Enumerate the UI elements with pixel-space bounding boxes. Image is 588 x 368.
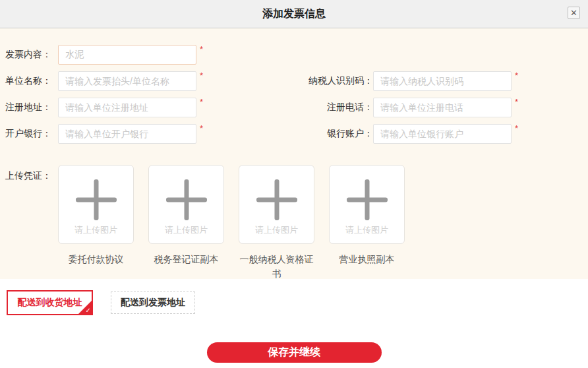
invoice-content-label: 发票内容：: [5, 49, 58, 61]
invoice-content-input[interactable]: [58, 45, 196, 65]
bank-name-input[interactable]: [58, 124, 196, 144]
required-marker: *: [200, 71, 203, 80]
required-marker: *: [515, 71, 518, 80]
form-row-company: 单位名称： * 纳税人识别码： *: [0, 71, 588, 91]
upload-item-tax-registration: 请上传图片 税务登记证副本: [148, 165, 224, 282]
taxpayer-id-label: 纳税人识别码：: [305, 75, 373, 87]
invoice-form: 发票内容： * 单位名称： * 纳税人识别码： * 注册地址： *: [0, 28, 588, 279]
upload-box-business-license[interactable]: 请上传图片: [329, 165, 405, 244]
selected-corner: ✓: [78, 301, 92, 314]
upload-caption: 委托付款协议: [69, 252, 124, 266]
upload-item-business-license: 请上传图片 营业执照副本: [329, 165, 405, 282]
upload-caption: 一般纳税人资格证书: [239, 252, 314, 282]
plus-icon: [76, 179, 117, 220]
upload-box-taxpayer-qualification[interactable]: 请上传图片: [239, 165, 314, 244]
add-invoice-modal: 添加发票信息 ✕ 发票内容： * 单位名称： * 纳税人识别码： *: [0, 0, 588, 368]
field-registered-phone: 注册电话： *: [305, 98, 518, 117]
upload-box-tax-registration[interactable]: 请上传图片: [148, 165, 224, 244]
required-marker: *: [200, 45, 203, 54]
taxpayer-id-input[interactable]: [373, 71, 512, 91]
upload-hint: 请上传图片: [59, 224, 133, 236]
modal-title: 添加发票信息: [262, 7, 326, 21]
required-marker: *: [200, 124, 203, 133]
bank-account-input[interactable]: [373, 124, 512, 144]
deliver-to-shipping-address-label: 配送到收货地址: [18, 297, 82, 309]
plus-icon: [256, 179, 297, 220]
registered-phone-label: 注册电话：: [305, 102, 373, 113]
registered-address-input[interactable]: [58, 98, 196, 117]
modal-footer: 配送到收货地址 ✓ 配送到发票地址 保存并继续: [0, 279, 588, 363]
upload-item-payment-agreement: 请上传图片 委托付款协议: [58, 165, 134, 282]
save-and-continue-button[interactable]: 保存并继续: [207, 342, 382, 363]
upload-hint: 请上传图片: [330, 224, 404, 236]
form-row-address: 注册地址： * 注册电话： *: [0, 98, 588, 117]
plus-icon: [166, 179, 207, 220]
upload-hint: 请上传图片: [239, 224, 314, 236]
upload-caption: 税务登记证副本: [154, 252, 219, 266]
field-registered-address: 注册地址： *: [5, 98, 203, 117]
plus-icon: [347, 179, 388, 220]
upload-caption: 营业执照副本: [339, 252, 395, 266]
delivery-options: 配送到收货地址 ✓ 配送到发票地址: [0, 290, 588, 315]
upload-item-taxpayer-qualification: 请上传图片 一般纳税人资格证书: [239, 165, 314, 282]
deliver-to-shipping-address-button[interactable]: 配送到收货地址 ✓: [7, 290, 93, 315]
required-marker: *: [200, 98, 203, 107]
modal-header: 添加发票信息 ✕: [0, 0, 588, 28]
upload-label: 上传凭证：: [5, 165, 58, 282]
close-icon[interactable]: ✕: [568, 7, 580, 19]
upload-hint: 请上传图片: [149, 224, 223, 236]
field-taxpayer-id: 纳税人识别码： *: [305, 71, 518, 91]
required-marker: *: [515, 98, 518, 107]
field-invoice-content: 发票内容： *: [5, 45, 203, 65]
company-name-input[interactable]: [58, 71, 196, 91]
bank-account-label: 银行账户：: [305, 128, 373, 140]
save-row: 保存并继续: [0, 342, 588, 363]
bank-name-label: 开户银行：: [5, 128, 58, 140]
field-bank-account: 银行账户： *: [305, 124, 518, 144]
required-marker: *: [515, 124, 518, 133]
form-row-bank: 开户银行： * 银行账户： *: [0, 124, 588, 144]
field-bank-name: 开户银行： *: [5, 124, 203, 144]
form-row-invoice-content: 发票内容： *: [0, 45, 588, 65]
upload-section: 上传凭证： 请上传图片 委托付款协议 请上传图片 税务登记证副本: [0, 165, 588, 282]
company-name-label: 单位名称：: [5, 75, 58, 87]
upload-box-payment-agreement[interactable]: 请上传图片: [58, 165, 134, 244]
deliver-to-invoice-address-label: 配送到发票地址: [121, 297, 185, 309]
registered-address-label: 注册地址：: [5, 102, 58, 113]
check-icon: ✓: [86, 307, 91, 314]
registered-phone-input[interactable]: [373, 98, 512, 117]
field-company-name: 单位名称： *: [5, 71, 203, 91]
upload-items: 请上传图片 委托付款协议 请上传图片 税务登记证副本 请上传图片: [58, 165, 419, 282]
deliver-to-invoice-address-button[interactable]: 配送到发票地址: [111, 291, 195, 314]
